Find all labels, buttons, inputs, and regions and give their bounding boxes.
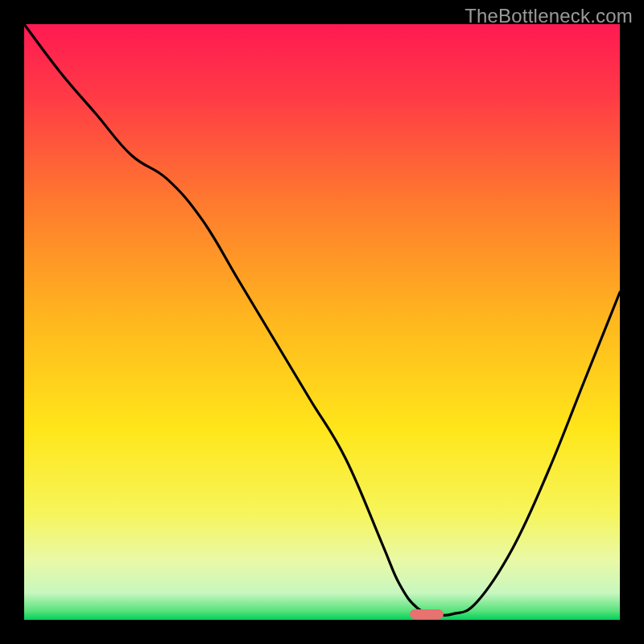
optimum-marker	[410, 609, 444, 619]
plot-area	[24, 24, 620, 620]
chart-container: TheBottleneck.com	[0, 0, 644, 644]
watermark-text: TheBottleneck.com	[464, 5, 633, 27]
bottleneck-curve	[24, 24, 620, 620]
